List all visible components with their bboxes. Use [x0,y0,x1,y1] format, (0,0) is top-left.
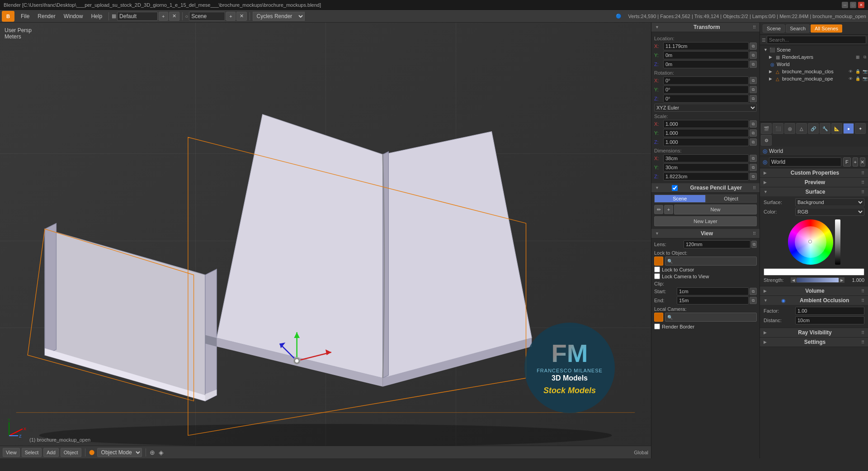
rot-y-input[interactable] [663,86,749,94]
ao-header[interactable]: ▼ ◉ Ambient Occlusion ⠿ [760,296,868,305]
render-engine-select[interactable]: Cycles Render Blender Render Blender Gam… [253,12,305,21]
obj1-vis[interactable]: 👁 [847,68,854,75]
ray-visibility-header[interactable]: ▶ Ray Visibility ⠿ [760,328,868,337]
scale-x-copy[interactable]: ⧉ [750,120,757,128]
view-header[interactable]: ▼ View ⠿ [651,229,760,238]
strength-inc-btn[interactable]: ▶ [839,277,844,283]
gp-tab-scene[interactable]: Scene [654,195,706,203]
layout-name-input[interactable] [117,12,158,21]
lens-copy[interactable]: ⧉ [751,241,757,248]
gp-tab-object[interactable]: Object [706,195,757,203]
world-f-btn[interactable]: F [843,157,851,167]
euler-mode-select[interactable]: XYZ Euler XZY Euler YXZ Euler [654,104,757,112]
tree-scene[interactable]: ▼ ⬛ Scene [760,46,868,53]
render-border-check[interactable] [654,324,660,329]
props-tab-particles[interactable]: ✦ [855,123,866,134]
rot-y-copy[interactable]: ⧉ [750,86,757,93]
scale-y-copy[interactable]: ⧉ [750,129,757,137]
outliner-tab-allscenes[interactable]: All Scenes [811,24,842,33]
strength-track[interactable] [796,277,839,283]
layout-remove-btn[interactable]: ✕ [169,12,179,21]
gp-new-btn[interactable]: New [674,205,757,214]
props-tab-constraint[interactable]: 🔗 [808,123,819,134]
tree-obj2[interactable]: ▶ △ brochure_mockup_ope 👁 🔒 📷 [760,75,868,82]
viewport-view-menu[interactable]: View [3,448,20,457]
transform-header[interactable]: ▼ Transform ⠿ [651,23,760,32]
viewport-add-menu[interactable]: Add [43,448,59,457]
surface-type-select[interactable]: Background [795,198,864,206]
lock-cursor-check[interactable] [654,266,660,272]
menu-help[interactable]: Help [87,12,106,20]
grease-pencil-header[interactable]: ▼ Grease Pencil Layer ⠿ [651,183,760,193]
loc-y-input[interactable] [663,51,749,59]
obj2-vis[interactable]: 👁 [847,76,854,82]
ao-factor-input[interactable] [795,307,864,315]
gp-new-layer-btn[interactable]: New Layer [654,216,757,226]
volume-header[interactable]: ▶ Volume ⠿ [760,286,868,295]
close-button[interactable]: ✕ [858,2,864,8]
outliner-search-input[interactable] [767,36,866,44]
ao-distance-input[interactable] [795,316,864,324]
rot-z-copy[interactable]: ⧉ [750,95,757,102]
props-tab-object[interactable]: △ [796,123,807,134]
scale-z-input[interactable] [663,138,749,146]
props-tab-modifier[interactable]: 🔧 [820,123,830,134]
lock-camera-check[interactable] [654,273,660,279]
menu-file[interactable]: File [17,12,33,20]
tree-world[interactable]: ◎ World [760,61,868,68]
gp-visible-check[interactable] [672,185,678,191]
scene-remove-btn[interactable]: ✕ [236,12,247,21]
interaction-mode-select[interactable]: Object Mode Edit Mode Sculpt Mode [97,448,142,457]
dim-y-input[interactable] [663,163,749,171]
rot-x-copy[interactable]: ⧉ [750,77,757,84]
obj2-render[interactable]: 📷 [862,76,868,82]
loc-z-copy[interactable]: ⧉ [750,61,757,68]
dim-y-copy[interactable]: ⧉ [750,164,757,171]
loc-x-copy[interactable]: ⧉ [750,43,757,50]
local-camera-picker[interactable]: 🔍 [665,313,757,322]
clip-start-input[interactable] [677,287,749,295]
maximize-button[interactable]: □ [850,2,856,8]
color-value-strip[interactable] [835,219,840,265]
scale-z-copy[interactable]: ⧉ [750,138,757,146]
loc-z-input[interactable] [663,60,749,68]
world-new-btn[interactable]: + [853,157,858,167]
world-name-input[interactable] [769,157,841,167]
tree-renderlayers[interactable]: ▶ ▦ RenderLayers ▦ ⧉ [760,53,868,61]
viewport-3d[interactable]: User Persp Meters [0,23,651,458]
viewport-icon-1[interactable]: ⊕ [150,449,155,456]
loc-x-input[interactable] [663,42,749,50]
clip-end-copy[interactable]: ⧉ [750,297,757,304]
menu-window[interactable]: Window [60,12,87,20]
color-type-select[interactable]: RGB HSV Hex [795,208,864,216]
gp-draw-btn[interactable]: ✏ [654,205,663,214]
gp-add-btn[interactable]: + [664,205,673,214]
scene-add-btn[interactable]: + [226,12,235,21]
layout-add-btn[interactable]: + [159,12,168,21]
color-wheel[interactable] [788,219,833,265]
props-tab-render[interactable]: 🎬 [761,123,772,134]
scale-y-input[interactable] [663,129,749,137]
props-tab-material[interactable]: ● [843,123,854,134]
obj1-lock[interactable]: 🔒 [854,68,861,75]
menu-render[interactable]: Render [34,12,59,20]
outliner-tab-scene[interactable]: Scene [763,24,785,33]
minimize-button[interactable]: ─ [842,2,848,8]
dim-z-input[interactable] [663,172,749,181]
viewport-object-menu[interactable]: Object [61,448,81,457]
obj1-render[interactable]: 📷 [862,68,868,75]
rot-z-input[interactable] [663,95,749,103]
outliner-tab-search[interactable]: Search [786,24,810,33]
rl-action-2[interactable]: ⧉ [862,54,868,60]
strength-dec-btn[interactable]: ◀ [791,277,796,283]
world-del-btn[interactable]: ✕ [860,157,865,167]
tree-obj1[interactable]: ▶ △ brochure_mockup_clos 👁 🔒 📷 [760,68,868,75]
obj2-lock[interactable]: 🔒 [854,76,861,82]
loc-y-copy[interactable]: ⧉ [750,52,757,59]
rl-action-1[interactable]: ▦ [854,54,861,60]
dim-z-copy[interactable]: ⧉ [750,173,757,180]
props-tab-world[interactable]: ◎ [784,123,795,134]
lock-object-picker[interactable]: 🔍 [665,257,757,266]
viewport-icon-2[interactable]: ◈ [159,449,164,456]
settings-header[interactable]: ▶ Settings ⠿ [760,338,868,347]
